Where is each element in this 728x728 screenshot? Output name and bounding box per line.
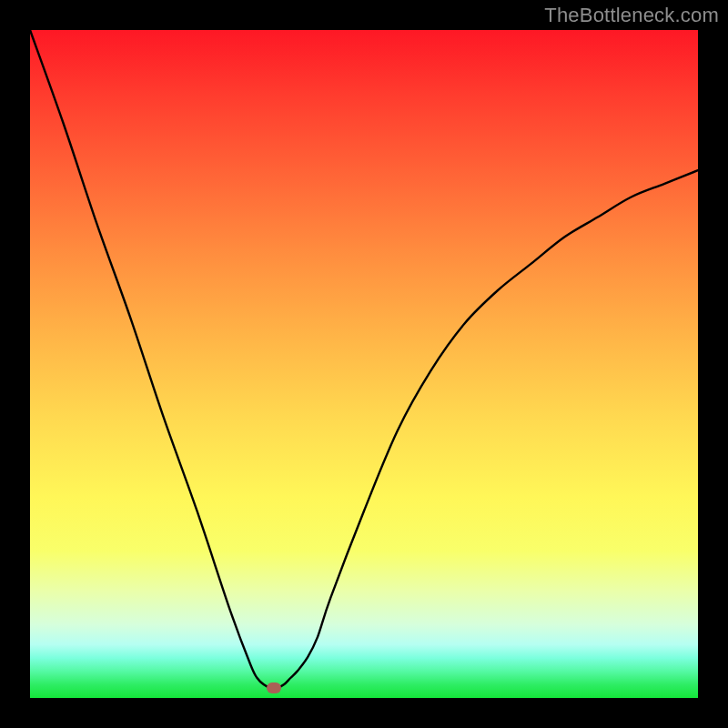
chart-frame: TheBottleneck.com <box>0 0 728 728</box>
chart-curve-svg <box>30 30 698 698</box>
bottleneck-curve <box>30 30 698 688</box>
optimal-point-marker <box>267 682 281 693</box>
chart-plot-area <box>30 30 698 698</box>
watermark-text: TheBottleneck.com <box>544 4 719 27</box>
